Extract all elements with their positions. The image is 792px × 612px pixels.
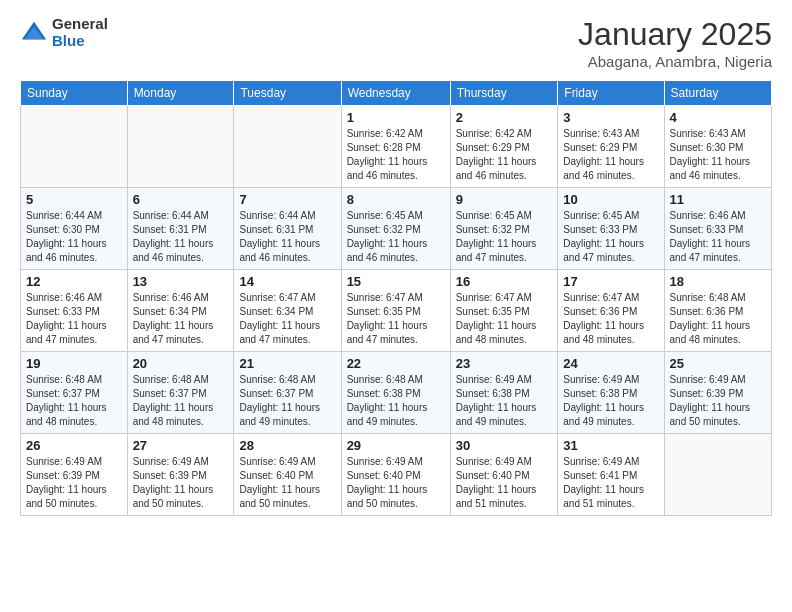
day-info-0-4: Sunrise: 6:42 AM Sunset: 6:29 PM Dayligh… [456, 127, 553, 183]
calendar-cell-3-3: 22Sunrise: 6:48 AM Sunset: 6:38 PM Dayli… [341, 352, 450, 434]
day-number-2-3: 15 [347, 274, 445, 289]
day-info-1-4: Sunrise: 6:45 AM Sunset: 6:32 PM Dayligh… [456, 209, 553, 265]
calendar-cell-3-1: 20Sunrise: 6:48 AM Sunset: 6:37 PM Dayli… [127, 352, 234, 434]
calendar-cell-1-5: 10Sunrise: 6:45 AM Sunset: 6:33 PM Dayli… [558, 188, 664, 270]
day-number-2-4: 16 [456, 274, 553, 289]
day-number-2-1: 13 [133, 274, 229, 289]
calendar-cell-0-3: 1Sunrise: 6:42 AM Sunset: 6:28 PM Daylig… [341, 106, 450, 188]
week-row-4: 26Sunrise: 6:49 AM Sunset: 6:39 PM Dayli… [21, 434, 772, 516]
day-info-0-3: Sunrise: 6:42 AM Sunset: 6:28 PM Dayligh… [347, 127, 445, 183]
month-title: January 2025 [578, 16, 772, 53]
day-info-2-6: Sunrise: 6:48 AM Sunset: 6:36 PM Dayligh… [670, 291, 766, 347]
day-info-2-0: Sunrise: 6:46 AM Sunset: 6:33 PM Dayligh… [26, 291, 122, 347]
day-info-2-4: Sunrise: 6:47 AM Sunset: 6:35 PM Dayligh… [456, 291, 553, 347]
logo: General Blue [20, 16, 108, 49]
calendar-cell-4-0: 26Sunrise: 6:49 AM Sunset: 6:39 PM Dayli… [21, 434, 128, 516]
day-number-4-1: 27 [133, 438, 229, 453]
calendar-cell-1-4: 9Sunrise: 6:45 AM Sunset: 6:32 PM Daylig… [450, 188, 558, 270]
logo-blue: Blue [52, 33, 108, 50]
col-saturday: Saturday [664, 81, 771, 106]
calendar-cell-3-5: 24Sunrise: 6:49 AM Sunset: 6:38 PM Dayli… [558, 352, 664, 434]
day-info-2-5: Sunrise: 6:47 AM Sunset: 6:36 PM Dayligh… [563, 291, 658, 347]
calendar-cell-0-0 [21, 106, 128, 188]
calendar-cell-2-5: 17Sunrise: 6:47 AM Sunset: 6:36 PM Dayli… [558, 270, 664, 352]
col-wednesday: Wednesday [341, 81, 450, 106]
day-number-3-2: 21 [239, 356, 335, 371]
day-info-3-4: Sunrise: 6:49 AM Sunset: 6:38 PM Dayligh… [456, 373, 553, 429]
day-info-1-5: Sunrise: 6:45 AM Sunset: 6:33 PM Dayligh… [563, 209, 658, 265]
day-info-2-3: Sunrise: 6:47 AM Sunset: 6:35 PM Dayligh… [347, 291, 445, 347]
day-number-1-6: 11 [670, 192, 766, 207]
calendar-cell-4-1: 27Sunrise: 6:49 AM Sunset: 6:39 PM Dayli… [127, 434, 234, 516]
logo-text: General Blue [52, 16, 108, 49]
day-number-4-2: 28 [239, 438, 335, 453]
day-info-4-5: Sunrise: 6:49 AM Sunset: 6:41 PM Dayligh… [563, 455, 658, 511]
col-thursday: Thursday [450, 81, 558, 106]
day-info-4-4: Sunrise: 6:49 AM Sunset: 6:40 PM Dayligh… [456, 455, 553, 511]
day-info-4-1: Sunrise: 6:49 AM Sunset: 6:39 PM Dayligh… [133, 455, 229, 511]
calendar-cell-4-6 [664, 434, 771, 516]
day-number-2-0: 12 [26, 274, 122, 289]
day-number-1-5: 10 [563, 192, 658, 207]
day-info-3-3: Sunrise: 6:48 AM Sunset: 6:38 PM Dayligh… [347, 373, 445, 429]
calendar: Sunday Monday Tuesday Wednesday Thursday… [20, 80, 772, 516]
day-number-3-6: 25 [670, 356, 766, 371]
day-info-2-2: Sunrise: 6:47 AM Sunset: 6:34 PM Dayligh… [239, 291, 335, 347]
day-number-1-0: 5 [26, 192, 122, 207]
day-number-2-2: 14 [239, 274, 335, 289]
calendar-cell-2-3: 15Sunrise: 6:47 AM Sunset: 6:35 PM Dayli… [341, 270, 450, 352]
calendar-cell-4-5: 31Sunrise: 6:49 AM Sunset: 6:41 PM Dayli… [558, 434, 664, 516]
day-info-1-6: Sunrise: 6:46 AM Sunset: 6:33 PM Dayligh… [670, 209, 766, 265]
calendar-cell-2-1: 13Sunrise: 6:46 AM Sunset: 6:34 PM Dayli… [127, 270, 234, 352]
day-number-3-4: 23 [456, 356, 553, 371]
day-info-4-3: Sunrise: 6:49 AM Sunset: 6:40 PM Dayligh… [347, 455, 445, 511]
header-right: January 2025 Abagana, Anambra, Nigeria [578, 16, 772, 70]
day-number-1-3: 8 [347, 192, 445, 207]
calendar-cell-3-0: 19Sunrise: 6:48 AM Sunset: 6:37 PM Dayli… [21, 352, 128, 434]
day-number-1-2: 7 [239, 192, 335, 207]
day-info-3-5: Sunrise: 6:49 AM Sunset: 6:38 PM Dayligh… [563, 373, 658, 429]
calendar-cell-4-4: 30Sunrise: 6:49 AM Sunset: 6:40 PM Dayli… [450, 434, 558, 516]
day-info-0-5: Sunrise: 6:43 AM Sunset: 6:29 PM Dayligh… [563, 127, 658, 183]
calendar-cell-1-0: 5Sunrise: 6:44 AM Sunset: 6:30 PM Daylig… [21, 188, 128, 270]
day-info-4-0: Sunrise: 6:49 AM Sunset: 6:39 PM Dayligh… [26, 455, 122, 511]
day-info-3-6: Sunrise: 6:49 AM Sunset: 6:39 PM Dayligh… [670, 373, 766, 429]
calendar-cell-1-3: 8Sunrise: 6:45 AM Sunset: 6:32 PM Daylig… [341, 188, 450, 270]
day-info-3-2: Sunrise: 6:48 AM Sunset: 6:37 PM Dayligh… [239, 373, 335, 429]
week-row-2: 12Sunrise: 6:46 AM Sunset: 6:33 PM Dayli… [21, 270, 772, 352]
day-number-0-3: 1 [347, 110, 445, 125]
location: Abagana, Anambra, Nigeria [578, 53, 772, 70]
header: General Blue January 2025 Abagana, Anamb… [20, 16, 772, 70]
calendar-cell-4-2: 28Sunrise: 6:49 AM Sunset: 6:40 PM Dayli… [234, 434, 341, 516]
page: General Blue January 2025 Abagana, Anamb… [0, 0, 792, 612]
col-tuesday: Tuesday [234, 81, 341, 106]
calendar-cell-0-1 [127, 106, 234, 188]
week-row-1: 5Sunrise: 6:44 AM Sunset: 6:30 PM Daylig… [21, 188, 772, 270]
day-info-0-6: Sunrise: 6:43 AM Sunset: 6:30 PM Dayligh… [670, 127, 766, 183]
day-info-3-1: Sunrise: 6:48 AM Sunset: 6:37 PM Dayligh… [133, 373, 229, 429]
week-row-3: 19Sunrise: 6:48 AM Sunset: 6:37 PM Dayli… [21, 352, 772, 434]
col-friday: Friday [558, 81, 664, 106]
day-info-2-1: Sunrise: 6:46 AM Sunset: 6:34 PM Dayligh… [133, 291, 229, 347]
calendar-cell-4-3: 29Sunrise: 6:49 AM Sunset: 6:40 PM Dayli… [341, 434, 450, 516]
day-number-0-4: 2 [456, 110, 553, 125]
calendar-cell-1-1: 6Sunrise: 6:44 AM Sunset: 6:31 PM Daylig… [127, 188, 234, 270]
day-number-1-1: 6 [133, 192, 229, 207]
col-monday: Monday [127, 81, 234, 106]
day-number-2-6: 18 [670, 274, 766, 289]
calendar-cell-2-0: 12Sunrise: 6:46 AM Sunset: 6:33 PM Dayli… [21, 270, 128, 352]
day-number-4-4: 30 [456, 438, 553, 453]
day-info-1-0: Sunrise: 6:44 AM Sunset: 6:30 PM Dayligh… [26, 209, 122, 265]
day-number-3-0: 19 [26, 356, 122, 371]
day-number-3-1: 20 [133, 356, 229, 371]
calendar-cell-3-2: 21Sunrise: 6:48 AM Sunset: 6:37 PM Dayli… [234, 352, 341, 434]
logo-icon [20, 19, 48, 47]
day-number-1-4: 9 [456, 192, 553, 207]
calendar-cell-3-4: 23Sunrise: 6:49 AM Sunset: 6:38 PM Dayli… [450, 352, 558, 434]
logo-general: General [52, 16, 108, 33]
day-info-3-0: Sunrise: 6:48 AM Sunset: 6:37 PM Dayligh… [26, 373, 122, 429]
day-number-4-0: 26 [26, 438, 122, 453]
calendar-cell-1-6: 11Sunrise: 6:46 AM Sunset: 6:33 PM Dayli… [664, 188, 771, 270]
calendar-cell-3-6: 25Sunrise: 6:49 AM Sunset: 6:39 PM Dayli… [664, 352, 771, 434]
calendar-cell-0-4: 2Sunrise: 6:42 AM Sunset: 6:29 PM Daylig… [450, 106, 558, 188]
